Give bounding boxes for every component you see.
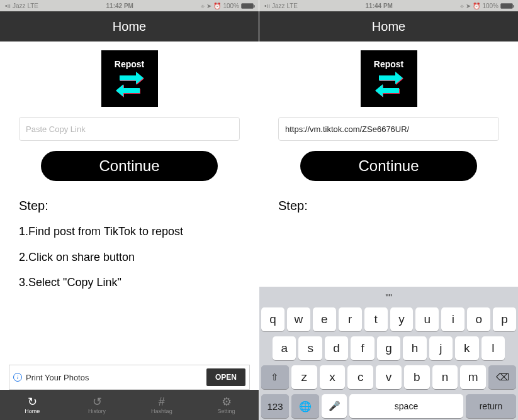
- globe-icon: 🌐: [299, 401, 312, 412]
- key-l[interactable]: l: [481, 336, 505, 360]
- key-globe[interactable]: 🌐: [291, 394, 319, 418]
- bt-icon: ⟐: [201, 3, 205, 9]
- hashtag-icon: #: [159, 396, 165, 407]
- key-n[interactable]: n: [432, 365, 458, 389]
- key-p[interactable]: p: [493, 307, 516, 331]
- steps-title: Step:: [278, 199, 499, 213]
- key-y[interactable]: y: [390, 307, 414, 331]
- step-2: 2.Click on share button: [19, 250, 240, 265]
- continue-button[interactable]: Continue: [41, 151, 218, 181]
- key-m[interactable]: m: [460, 365, 486, 389]
- tab-history-label: History: [88, 408, 106, 414]
- ad-banner[interactable]: i Print Your Photos OPEN: [9, 365, 250, 390]
- key-backspace[interactable]: ⌫: [488, 365, 516, 389]
- kb-row-4: 123 🌐 🎤 space return: [261, 394, 516, 418]
- repost-arrows-icon: [374, 70, 404, 98]
- kb-row-3: ⇧ z x c v b n m ⌫: [261, 365, 516, 389]
- key-g[interactable]: g: [377, 336, 400, 360]
- key-b[interactable]: b: [404, 365, 430, 389]
- battery-icon: [241, 3, 254, 9]
- main-content: Repost Continue Step:: [259, 41, 518, 287]
- gear-icon: ⚙: [222, 396, 232, 407]
- key-s[interactable]: s: [298, 336, 322, 360]
- link-input[interactable]: [19, 117, 240, 141]
- key-c[interactable]: c: [347, 365, 373, 389]
- battery-text: 100%: [482, 3, 498, 9]
- repost-logo: Repost: [101, 50, 158, 107]
- key-v[interactable]: v: [376, 365, 402, 389]
- battery-text: 100%: [223, 3, 239, 9]
- location-icon: ➤: [206, 3, 211, 9]
- key-w[interactable]: w: [287, 307, 310, 331]
- key-o[interactable]: o: [467, 307, 490, 331]
- repost-logo-text: Repost: [374, 59, 403, 69]
- key-q[interactable]: q: [261, 307, 284, 331]
- main-content: Repost Continue Step: 1.Find post from T…: [0, 41, 259, 390]
- key-u[interactable]: u: [415, 307, 439, 331]
- repost-arrows-icon: [115, 70, 145, 98]
- steps-block: Step:: [278, 199, 499, 224]
- info-icon: i: [13, 373, 22, 382]
- ad-open-button[interactable]: OPEN: [206, 368, 245, 386]
- continue-button[interactable]: Continue: [300, 151, 477, 181]
- key-j[interactable]: j: [429, 336, 453, 360]
- carrier-text: Jazz LTE: [13, 3, 38, 9]
- clock: 11:44 PM: [366, 3, 393, 9]
- nav-header: Home: [0, 11, 259, 41]
- key-return[interactable]: return: [466, 394, 516, 418]
- key-k[interactable]: k: [455, 336, 478, 360]
- key-i[interactable]: i: [441, 307, 465, 331]
- battery-icon: [500, 3, 513, 9]
- key-mic[interactable]: 🎤: [322, 394, 347, 418]
- key-a[interactable]: a: [273, 336, 296, 360]
- header-title: Home: [372, 19, 405, 34]
- header-title: Home: [113, 19, 146, 34]
- mic-icon: 🎤: [329, 401, 341, 412]
- steps-title: Step:: [19, 199, 240, 213]
- link-input[interactable]: [278, 117, 499, 141]
- keyboard-hint[interactable]: "": [261, 290, 516, 302]
- status-bar: •ıı Jazz LTE 11:44 PM ⟐ ➤ ⏰ 100%: [259, 0, 518, 11]
- tab-setting-label: Setting: [218, 408, 235, 414]
- kb-row-1: q w e r t y u i o p: [261, 307, 516, 331]
- carrier-text: Jazz LTE: [272, 3, 298, 9]
- steps-block: Step: 1.Find post from TikTok to repost …: [19, 199, 240, 301]
- key-x[interactable]: x: [320, 365, 346, 389]
- bt-icon: ⟐: [460, 3, 464, 9]
- clock: 11:42 PM: [106, 3, 133, 9]
- step-3: 3.Select "Copy Link": [19, 275, 240, 290]
- screen-left: •ıı Jazz LTE 11:42 PM ⟐ ➤ ⏰ 100% Home Re…: [0, 0, 259, 420]
- key-d[interactable]: d: [325, 336, 348, 360]
- step-1: 1.Find post from TikTok to repost: [19, 224, 240, 239]
- tab-bar: ↻ Home ↺ History # Hashtag ⚙ Setting: [0, 390, 259, 420]
- key-h[interactable]: h: [403, 336, 426, 360]
- home-icon: ↻: [28, 396, 37, 407]
- history-icon: ↺: [93, 396, 102, 407]
- signal-icon: •ıı: [5, 3, 11, 9]
- alarm-icon: ⏰: [473, 3, 480, 9]
- tab-history[interactable]: ↺ History: [65, 390, 130, 420]
- key-e[interactable]: e: [313, 307, 336, 331]
- key-shift[interactable]: ⇧: [261, 365, 289, 389]
- location-icon: ➤: [466, 3, 471, 9]
- ad-text: Print Your Photos: [26, 373, 203, 382]
- tab-setting[interactable]: ⚙ Setting: [194, 390, 259, 420]
- ios-keyboard: "" q w e r t y u i o p a s d f g h j k l…: [259, 287, 518, 420]
- key-r[interactable]: r: [339, 307, 362, 331]
- signal-icon: •ıı: [264, 3, 270, 9]
- alarm-icon: ⏰: [213, 3, 221, 9]
- tab-home[interactable]: ↻ Home: [0, 390, 65, 420]
- kb-row-2: a s d f g h j k l: [261, 336, 516, 360]
- tab-hashtag[interactable]: # Hashtag: [130, 390, 194, 420]
- nav-header: Home: [259, 11, 518, 41]
- key-space[interactable]: space: [349, 394, 463, 418]
- key-f[interactable]: f: [351, 336, 374, 360]
- status-bar: •ıı Jazz LTE 11:42 PM ⟐ ➤ ⏰ 100%: [0, 0, 259, 11]
- key-z[interactable]: z: [291, 365, 317, 389]
- key-123[interactable]: 123: [261, 394, 289, 418]
- backspace-icon: ⌫: [496, 372, 509, 383]
- screen-right: •ıı Jazz LTE 11:44 PM ⟐ ➤ ⏰ 100% Home Re…: [259, 0, 518, 420]
- tab-hashtag-label: Hashtag: [151, 408, 172, 414]
- shift-icon: ⇧: [271, 372, 279, 383]
- key-t[interactable]: t: [364, 307, 388, 331]
